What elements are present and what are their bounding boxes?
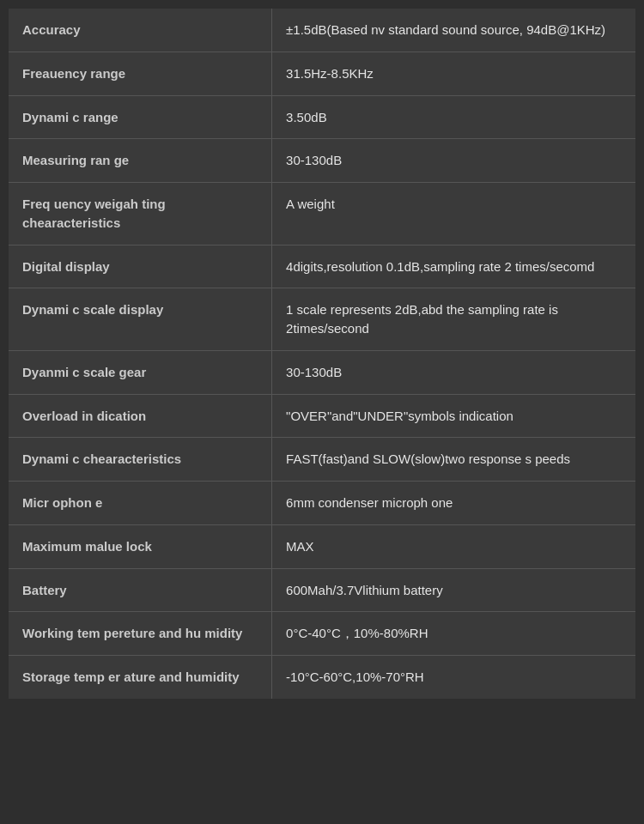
- table-row: Micr ophon e6mm condenser microph one: [9, 482, 635, 525]
- spec-value: 3.50dB: [272, 95, 635, 139]
- table-row: Working tem pereture and hu midity0°C-40…: [9, 612, 635, 656]
- spec-label: Overload in dication: [9, 394, 272, 438]
- table-row: Freauency range31.5Hz-8.5KHz: [9, 52, 635, 95]
- spec-label: Micr ophon e: [9, 482, 272, 525]
- table-row: Digital display4digits,resolution 0.1dB,…: [9, 245, 635, 288]
- spec-value: MAX: [272, 524, 635, 568]
- spec-value: -10°C-60°C,10%-70°RH: [272, 656, 635, 699]
- spec-label: Dyanmi c scale gear: [9, 350, 272, 394]
- spec-value: FAST(fast)and SLOW(slow)two response s p…: [272, 438, 635, 482]
- spec-label: Freq uency weigah ting chearacteristics: [9, 183, 272, 245]
- spec-label: Digital display: [9, 245, 272, 288]
- spec-value: 600Mah/3.7Vlithium battery: [272, 568, 635, 612]
- spec-value: 30-130dB: [272, 139, 635, 183]
- spec-value: 31.5Hz-8.5KHz: [272, 52, 635, 95]
- spec-label: Maximum malue lock: [9, 524, 272, 568]
- table-row: Measuring ran ge30-130dB: [9, 139, 635, 183]
- spec-label: Storage temp er ature and humidity: [9, 656, 272, 699]
- table-row: Battery600Mah/3.7Vlithium battery: [9, 568, 635, 612]
- spec-label: Dynami c chearacteristics: [9, 438, 272, 482]
- table-row: Storage temp er ature and humidity-10°C-…: [9, 656, 635, 699]
- spec-value: 0°C-40°C，10%-80%RH: [272, 612, 635, 656]
- spec-value: A weight: [272, 183, 635, 245]
- spec-label: Dynami c range: [9, 95, 272, 139]
- table-row: Maximum malue lockMAX: [9, 524, 635, 568]
- spec-label: Dynami c scale display: [9, 288, 272, 351]
- spec-value: ±1.5dB(Based nv standard sound source, 9…: [272, 9, 635, 52]
- spec-label: Accuracy: [9, 9, 272, 52]
- table-row: Overload in dication"OVER"and"UNDER"symb…: [9, 394, 635, 438]
- spec-label: Freauency range: [9, 52, 272, 95]
- spec-label: Working tem pereture and hu midity: [9, 612, 272, 656]
- table-row: Dyanmi c scale gear30-130dB: [9, 350, 635, 394]
- table-row: Freq uency weigah ting chearacteristicsA…: [9, 183, 635, 245]
- spec-value: 1 scale represents 2dB,abd the sampling …: [272, 288, 635, 351]
- spec-label: Measuring ran ge: [9, 139, 272, 183]
- spec-value: 6mm condenser microph one: [272, 482, 635, 525]
- table-row: Accuracy±1.5dB(Based nv standard sound s…: [9, 9, 635, 52]
- table-row: Dynami c range3.50dB: [9, 95, 635, 139]
- spec-value: 4digits,resolution 0.1dB,sampling rate 2…: [272, 245, 635, 288]
- spec-label: Battery: [9, 568, 272, 612]
- table-row: Dynami c scale display1 scale represents…: [9, 288, 635, 351]
- specs-table: Accuracy±1.5dB(Based nv standard sound s…: [9, 9, 635, 699]
- table-row: Dynami c chearacteristicsFAST(fast)and S…: [9, 438, 635, 482]
- spec-value: "OVER"and"UNDER"symbols indication: [272, 394, 635, 438]
- spec-value: 30-130dB: [272, 350, 635, 394]
